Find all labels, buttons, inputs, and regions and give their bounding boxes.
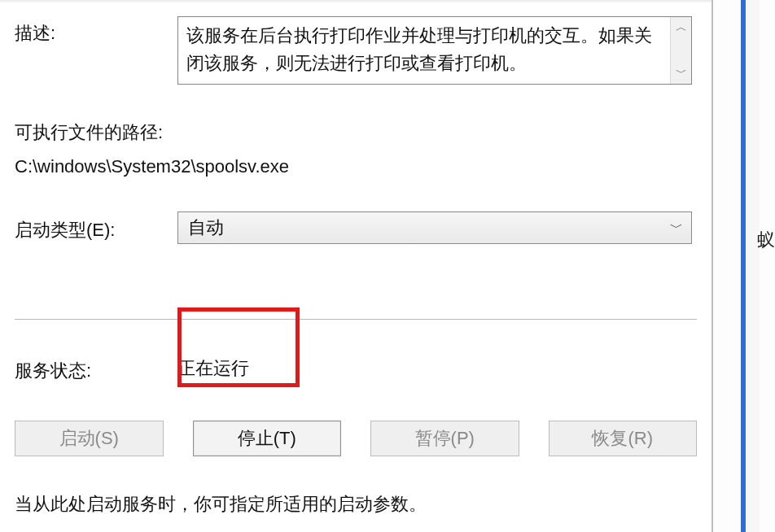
startup-type-value: 自动: [188, 216, 224, 240]
description-scrollbar[interactable]: ︿ ﹀: [670, 17, 691, 84]
service-status-label: 服务状态:: [15, 354, 177, 383]
startup-type-label: 启动类型(E):: [15, 213, 177, 242]
description-textarea[interactable]: 该服务在后台执行打印作业并处理与打印机的交互。如果关闭该服务，则无法进行打印或查…: [177, 16, 692, 85]
pause-button: 暂停(P): [370, 421, 519, 456]
exe-path-value: C:\windows\System32\spoolsv.exe: [15, 156, 712, 177]
start-params-hint: 当从此处启动服务时，你可指定所适用的启动参数。: [15, 492, 712, 517]
window-right-edge: 蚁: [738, 0, 775, 532]
exe-path-label: 可执行文件的路径:: [15, 120, 712, 145]
service-status-value: 正在运行: [177, 356, 249, 381]
stop-button[interactable]: 停止(T): [193, 421, 342, 456]
vertical-accent-strip: [741, 0, 746, 532]
start-button: 启动(S): [15, 421, 164, 456]
background-window-char: 蚁: [757, 228, 775, 252]
resume-button: 恢复(R): [549, 421, 698, 456]
service-properties-panel: 描述: 该服务在后台执行打印作业并处理与打印机的交互。如果关闭该服务，则无法进行…: [0, 0, 713, 532]
chevron-down-icon: ﹀: [670, 220, 683, 237]
description-text: 该服务在后台执行打印作业并处理与打印机的交互。如果关闭该服务，则无法进行打印或查…: [178, 17, 670, 84]
scroll-up-icon[interactable]: ︿: [671, 17, 691, 38]
section-separator: [15, 319, 697, 320]
scroll-down-icon[interactable]: ﹀: [671, 63, 691, 84]
startup-type-combobox[interactable]: 自动 ﹀: [177, 211, 692, 244]
service-control-buttons: 启动(S) 停止(T) 暂停(P) 恢复(R): [15, 421, 697, 456]
description-label: 描述:: [15, 16, 177, 46]
